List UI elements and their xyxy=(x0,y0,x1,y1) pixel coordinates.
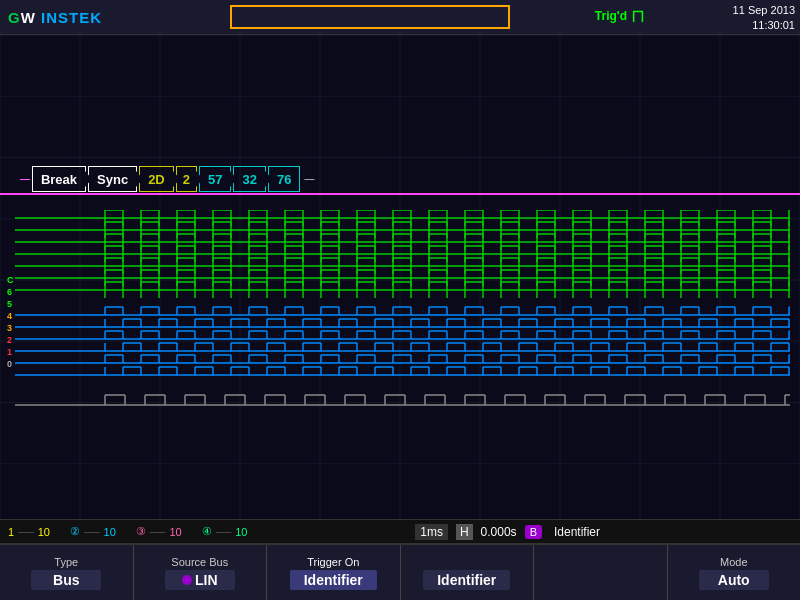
ch-3-indicator: 3 xyxy=(5,323,16,333)
trig-text: Trig'd xyxy=(595,9,627,23)
date: 11 Sep 2013 xyxy=(733,3,795,18)
ch-2-indicator: 2 xyxy=(5,335,16,345)
source-value: LIN xyxy=(165,570,235,590)
trigger-box xyxy=(230,5,510,29)
ch3-status: ③ ── 10 xyxy=(136,525,182,538)
ch1-val: 10 xyxy=(38,526,50,538)
offset-value: 0.000s xyxy=(481,525,517,539)
ch4-num: ④ xyxy=(202,525,212,538)
ch-5-indicator: 5 xyxy=(5,299,16,309)
time: 11:30:01 xyxy=(733,18,795,33)
ch3-val: 10 xyxy=(169,526,181,538)
source-bus-button[interactable]: Source Bus LIN xyxy=(134,545,268,600)
decode-data1: 57 xyxy=(199,166,231,192)
ch2-status: ② ── 10 xyxy=(70,525,116,538)
oscilloscope-screen: ─ Break Sync 2D 2 57 32 76 ─ C 6 5 4 3 2… xyxy=(0,35,800,600)
trigger-on-value: Identifier xyxy=(290,570,377,590)
ch2-sep: ── xyxy=(84,526,100,538)
decode-break: Break xyxy=(32,166,86,192)
time-info: 1ms H 0.000s B Identifier xyxy=(415,524,600,540)
trig-indicator: Trig'd ⊓ xyxy=(595,5,645,27)
decode-data3: 76 xyxy=(268,166,300,192)
channel-indicators: C 6 5 4 3 2 1 0 xyxy=(5,275,16,369)
trigger-on-button[interactable]: Trigger On Identifier xyxy=(267,545,401,600)
decode-start-marker: ─ xyxy=(20,171,30,187)
mode-button[interactable]: Mode Auto xyxy=(668,545,801,600)
ch3-sep: ── xyxy=(150,526,166,538)
h-icon: H xyxy=(456,524,473,540)
ch4-sep: ── xyxy=(216,526,232,538)
ch2-val: 10 xyxy=(104,526,116,538)
decode-id: 2D xyxy=(139,166,174,192)
ch4-status: ④ ── 10 xyxy=(202,525,248,538)
identifier-status-label: Identifier xyxy=(554,525,600,539)
ch3-num: ③ xyxy=(136,525,146,538)
ch-4-indicator: 4 xyxy=(5,311,16,321)
ch-1-indicator: 1 xyxy=(5,347,16,357)
datetime: 11 Sep 2013 11:30:01 xyxy=(733,3,795,34)
decode-data2: 32 xyxy=(233,166,265,192)
logo-text: GW INSTEK xyxy=(8,9,102,26)
mode-value: Auto xyxy=(699,570,769,590)
ch1-status: 1 ── 10 xyxy=(8,526,50,538)
ch-0-indicator: 0 xyxy=(5,359,16,369)
type-value: Bus xyxy=(31,570,101,590)
waveform-display: (function() { var svg = document.getElem… xyxy=(15,210,790,435)
decode-sync: Sync xyxy=(88,166,137,192)
trigger-on-label: Trigger On xyxy=(307,556,359,568)
ch-c-indicator: C xyxy=(5,275,16,285)
ch-6-indicator: 6 xyxy=(5,287,16,297)
source-dot xyxy=(182,575,192,585)
mode-label: Mode xyxy=(720,556,748,568)
control-panel: Type Bus Source Bus LIN Trigger On Ident… xyxy=(0,543,800,600)
identifier-value: Identifier xyxy=(423,570,510,590)
type-label: Type xyxy=(54,556,78,568)
decode-bar: ─ Break Sync 2D 2 57 32 76 ─ xyxy=(20,165,314,193)
status-bar: 1 ── 10 ② ── 10 ③ ── 10 ④ ── 10 1ms H 0.… xyxy=(0,519,800,543)
ch4-val: 10 xyxy=(235,526,247,538)
trig-waveform-icon: ⊓ xyxy=(631,5,645,27)
ch2-num: ② xyxy=(70,525,80,538)
empty-button[interactable]: x x xyxy=(534,545,668,600)
identifier-button[interactable]: x Identifier xyxy=(401,545,535,600)
time-per-div: 1ms xyxy=(415,524,448,540)
type-button[interactable]: Type Bus xyxy=(0,545,134,600)
ch1-num: 1 xyxy=(8,526,14,538)
bus-signal-line xyxy=(0,193,800,195)
header: GW INSTEK Trig'd ⊓ 11 Sep 2013 11:30:01 xyxy=(0,0,800,35)
ch1-sep: ── xyxy=(18,526,34,538)
source-label: Source Bus xyxy=(171,556,228,568)
logo: GW INSTEK xyxy=(0,5,110,30)
b-badge: B xyxy=(525,525,542,539)
decode-end-marker: ─ xyxy=(304,171,314,187)
